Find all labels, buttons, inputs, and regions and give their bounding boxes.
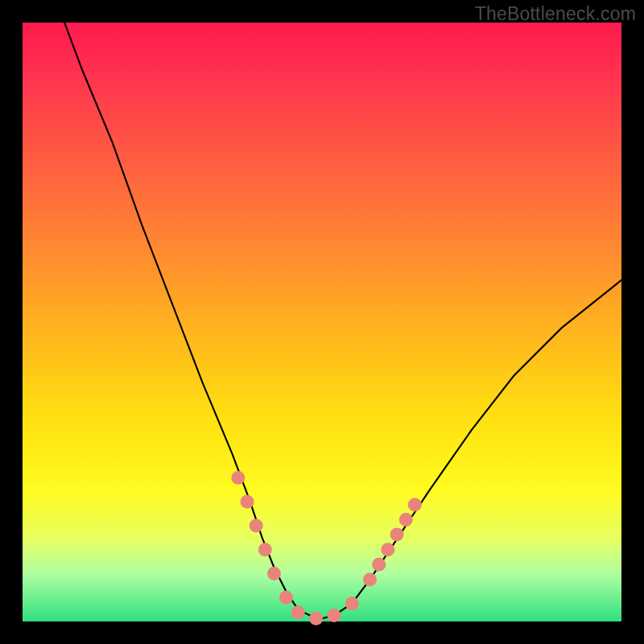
marker-dot — [258, 543, 272, 556]
marker-dot — [381, 543, 394, 556]
marker-dot — [231, 471, 245, 485]
marker-dot — [291, 605, 305, 619]
marker-dot — [390, 528, 404, 542]
marker-dot — [250, 519, 263, 533]
marker-dot — [372, 558, 386, 572]
marker-dot — [327, 609, 341, 622]
marker-dot — [363, 572, 377, 586]
curve-layer — [23, 23, 621, 621]
watermark-text: TheBottleneck.com — [475, 3, 636, 25]
marker-dot — [279, 591, 293, 605]
bottleneck-curve — [64, 23, 621, 618]
plot-area — [23, 23, 621, 621]
marker-dot — [267, 567, 281, 580]
chart-frame: TheBottleneck.com — [0, 0, 644, 644]
marker-dot — [399, 513, 413, 526]
marker-dot — [241, 495, 254, 509]
curve-markers — [231, 471, 422, 625]
marker-dot — [408, 497, 422, 511]
marker-dot — [309, 612, 323, 625]
marker-dot — [345, 597, 359, 610]
